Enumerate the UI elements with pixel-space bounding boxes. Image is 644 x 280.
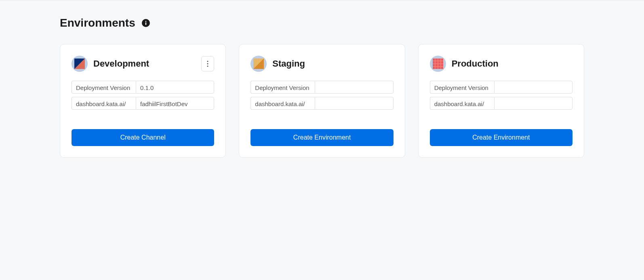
card-fields: Deployment Version dashboard.kata.ai/ [250, 81, 393, 110]
create-channel-button[interactable]: Create Channel [72, 129, 214, 146]
deployment-version-label: Deployment Version [430, 81, 494, 94]
card-fields: Deployment Version 0.1.0 dashboard.kata.… [72, 81, 214, 110]
card-header: Production [430, 56, 572, 72]
environment-card-staging: Staging Deployment Version dashboard.kat… [239, 44, 405, 158]
environment-card-production: Production Deployment Version dashboard.… [418, 44, 584, 158]
deployment-version-value[interactable] [494, 81, 572, 94]
create-environment-button[interactable]: Create Environment [430, 129, 572, 146]
production-icon [430, 56, 446, 72]
card-header: Staging [250, 56, 393, 72]
card-fields: Deployment Version dashboard.kata.ai/ [430, 81, 572, 110]
more-vertical-icon [207, 61, 208, 67]
dashboard-url-label: dashboard.kata.ai/ [72, 97, 136, 110]
card-title-group: Development [72, 56, 149, 72]
environment-card-development: Development Deployment Version 0.1.0 das… [60, 44, 226, 158]
info-icon[interactable] [142, 19, 150, 27]
dashboard-url-label: dashboard.kata.ai/ [250, 97, 315, 110]
environment-cards-row: Development Deployment Version 0.1.0 das… [60, 44, 584, 158]
card-title-group: Production [430, 56, 499, 72]
deployment-version-label: Deployment Version [72, 81, 136, 94]
deployment-version-row: Deployment Version [430, 81, 572, 94]
create-environment-button[interactable]: Create Environment [250, 129, 393, 146]
deployment-version-row: Deployment Version 0.1.0 [72, 81, 214, 94]
svg-rect-1 [145, 23, 146, 25]
development-icon [72, 56, 88, 72]
page-header: Environments [60, 17, 584, 29]
card-header: Development [72, 56, 214, 72]
deployment-version-label: Deployment Version [250, 81, 315, 94]
more-options-button[interactable] [201, 56, 214, 71]
card-title-label: Staging [272, 59, 305, 69]
deployment-version-row: Deployment Version [250, 81, 393, 94]
dashboard-url-label: dashboard.kata.ai/ [430, 97, 494, 110]
deployment-version-value[interactable] [315, 81, 393, 94]
svg-point-4 [207, 61, 208, 62]
deployment-version-value[interactable]: 0.1.0 [136, 81, 214, 94]
card-title-label: Production [452, 59, 499, 69]
staging-icon [250, 56, 267, 72]
page-title: Environments [60, 17, 135, 29]
dashboard-url-row: dashboard.kata.ai/ [430, 97, 572, 110]
card-title-label: Development [93, 59, 149, 69]
dashboard-url-row: dashboard.kata.ai/ [250, 97, 393, 110]
dashboard-url-value[interactable]: fadhiilFirstBotDev [136, 97, 214, 110]
card-title-group: Staging [250, 56, 305, 72]
svg-point-6 [207, 65, 208, 67]
svg-point-5 [207, 63, 208, 64]
environments-page: Environments Development Deployme [0, 0, 644, 174]
svg-point-0 [145, 21, 146, 22]
dashboard-url-value[interactable] [315, 97, 393, 110]
dashboard-url-row: dashboard.kata.ai/ fadhiilFirstBotDev [72, 97, 214, 110]
dashboard-url-value[interactable] [494, 97, 572, 110]
